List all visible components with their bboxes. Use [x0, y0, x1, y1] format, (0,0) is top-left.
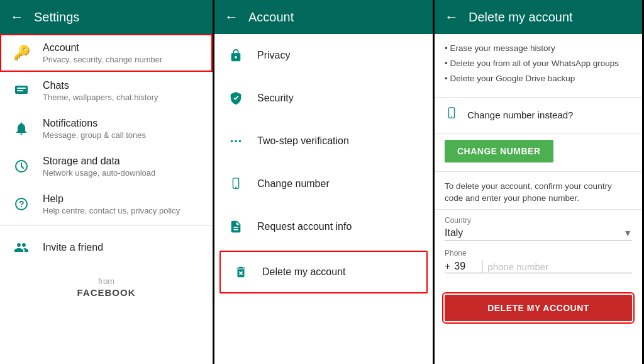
change-number-section: Change number instead? — [435, 98, 642, 134]
facebook-brand: FACEBOOK — [0, 287, 213, 298]
key-icon: 🔑 — [10, 42, 33, 64]
dropdown-arrow-icon: ▼ — [623, 228, 632, 238]
account-subtitle: Privacy, security, change number — [43, 55, 162, 64]
settings-list: 🔑 Account Privacy, security, change numb… — [0, 34, 213, 364]
confirm-text: To delete your account, confirm your cou… — [445, 181, 632, 205]
settings-back-button[interactable]: ← — [10, 9, 24, 25]
delete-label: Delete my account — [262, 266, 346, 278]
phone-plus: + — [445, 261, 450, 272]
settings-panel: ← Settings 🔑 Account Privacy, security, … — [0, 0, 214, 364]
info-item-2: Delete you from all of your WhatsApp gro… — [445, 58, 632, 70]
phone-number-input[interactable] — [487, 261, 632, 272]
country-select[interactable]: Italy United States United Kingdom Germa… — [445, 227, 623, 238]
divider — [0, 225, 213, 226]
svg-text:?: ? — [19, 199, 25, 209]
privacy-label: Privacy — [257, 50, 290, 61]
facebook-footer: from FACEBOOK — [0, 266, 213, 310]
dots-icon — [225, 130, 247, 152]
settings-item-storage[interactable]: Storage and data Network usage, auto-dow… — [0, 147, 213, 185]
storage-icon — [10, 155, 33, 178]
storage-subtitle: Network usage, auto-download — [43, 168, 155, 178]
account-header: ← Account — [214, 0, 433, 34]
account-item-privacy[interactable]: Privacy — [214, 34, 433, 77]
chats-subtitle: Theme, wallpapers, chat history — [43, 93, 158, 102]
settings-item-invite[interactable]: Invite a friend — [0, 229, 213, 266]
chats-title: Chats — [43, 80, 158, 91]
delete-content: Erase your message history Delete you fr… — [435, 34, 642, 364]
notifications-title: Notifications — [43, 118, 146, 129]
confirm-section: To delete your account, confirm your cou… — [435, 172, 642, 210]
delete-back-button[interactable]: ← — [445, 9, 458, 25]
country-select-wrapper: Italy United States United Kingdom Germa… — [445, 227, 632, 241]
account-title: Account — [248, 10, 294, 25]
help-icon: ? — [10, 193, 33, 215]
account-list: Privacy Security Two-step verification — [214, 34, 433, 364]
phone-icon — [225, 173, 247, 195]
delete-header: ← Delete my account — [435, 0, 642, 34]
info-item-3: Delete your Google Drive backup — [445, 73, 632, 85]
account-item-requestinfo[interactable]: Request account info — [214, 205, 433, 248]
changenumber-label: Change number — [257, 178, 330, 190]
delete-title: Delete my account — [469, 10, 573, 25]
delete-account-button[interactable]: DELETE MY ACCOUNT — [445, 295, 632, 321]
shield-icon — [225, 87, 247, 110]
change-number-btn-section: CHANGE NUMBER — [435, 134, 642, 172]
from-label: from — [0, 276, 213, 286]
phone-code-input[interactable] — [454, 261, 477, 272]
account-item-delete[interactable]: Delete my account — [219, 251, 428, 293]
info-item-1: Erase your message history — [445, 43, 632, 55]
change-number-icon — [445, 106, 458, 124]
svg-rect-0 — [15, 86, 28, 94]
account-item-twostep[interactable]: Two-step verification — [214, 120, 433, 162]
settings-item-notifications[interactable]: Notifications Message, group & call tone… — [0, 110, 213, 147]
settings-item-chats[interactable]: Chats Theme, wallpapers, chat history — [0, 72, 213, 110]
trash-icon — [230, 261, 252, 283]
info-section: Erase your message history Delete you fr… — [435, 34, 642, 98]
svg-rect-2 — [17, 90, 23, 91]
account-panel: ← Account Privacy Security — [214, 0, 435, 364]
account-item-changenumber[interactable]: Change number — [214, 162, 433, 205]
bell-icon — [10, 117, 33, 140]
svg-point-8 — [239, 140, 242, 142]
account-back-button[interactable]: ← — [225, 9, 238, 25]
settings-item-account[interactable]: 🔑 Account Privacy, security, change numb… — [0, 34, 213, 72]
doc-icon — [225, 215, 247, 238]
phone-divider — [482, 260, 482, 273]
chat-icon — [10, 79, 33, 102]
svg-rect-1 — [17, 88, 26, 89]
svg-point-7 — [235, 140, 237, 142]
help-subtitle: Help centre, contact us, privacy policy — [43, 206, 180, 215]
settings-item-help[interactable]: ? Help Help centre, contact us, privacy … — [0, 185, 213, 223]
country-label: Country — [445, 216, 632, 225]
notifications-subtitle: Message, group & call tones — [43, 130, 146, 140]
delete-btn-wrapper: DELETE MY ACCOUNT — [435, 292, 642, 331]
form-section: Country Italy United States United Kingd… — [435, 210, 642, 292]
help-title: Help — [43, 193, 180, 205]
account-item-security[interactable]: Security — [214, 77, 433, 120]
account-title: Account — [43, 42, 162, 54]
requestinfo-label: Request account info — [257, 221, 352, 232]
lock-icon — [225, 44, 247, 67]
twostep-label: Two-step verification — [257, 135, 349, 147]
delete-panel: ← Delete my account Erase your message h… — [435, 0, 642, 364]
change-number-button[interactable]: CHANGE NUMBER — [445, 140, 553, 162]
svg-point-6 — [231, 140, 233, 142]
settings-header: ← Settings — [0, 0, 213, 34]
people-icon — [10, 236, 33, 259]
storage-title: Storage and data — [43, 156, 155, 167]
settings-title: Settings — [34, 10, 79, 25]
phone-row: + — [445, 260, 632, 273]
security-label: Security — [257, 93, 294, 104]
change-number-label: Change number instead? — [467, 110, 573, 120]
phone-label: Phone — [445, 249, 632, 258]
invite-title: Invite a friend — [43, 242, 103, 253]
